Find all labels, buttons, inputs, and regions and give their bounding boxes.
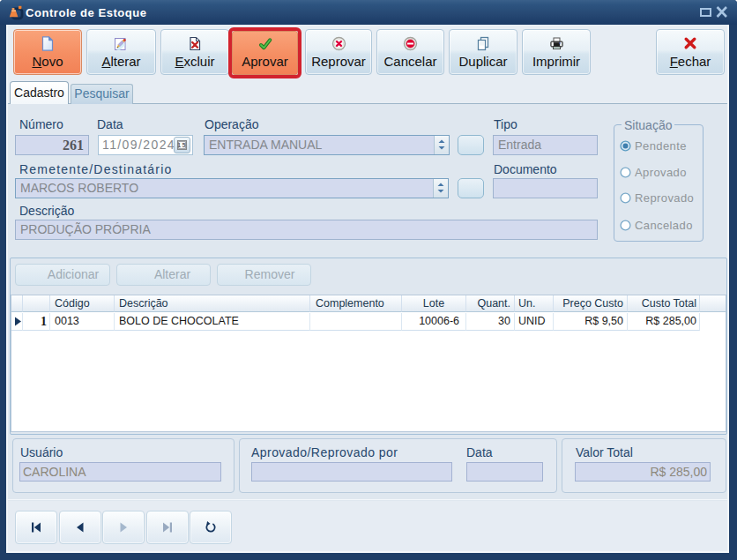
svg-text:15: 15 <box>177 142 187 148</box>
